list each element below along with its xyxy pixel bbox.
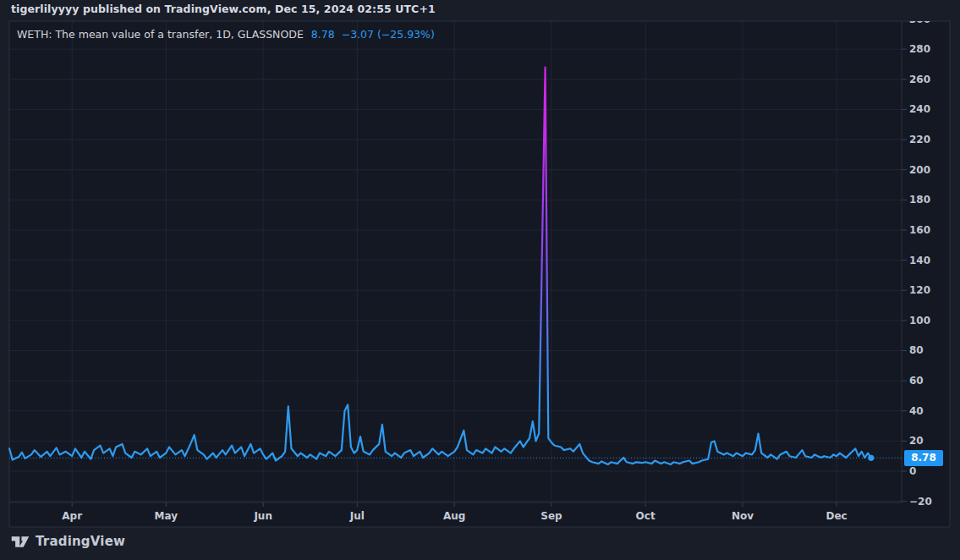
time-axis[interactable] [9,502,902,527]
tradingview-published-chart: tigerlilyyyy published on TradingView.co… [0,0,960,560]
header-bar: tigerlilyyyy published on TradingView.co… [0,0,960,19]
legend-value: 8.78 [311,28,335,41]
price-badge-value: 8.78 [911,452,936,464]
tradingview-logo[interactable]: TradingView [11,534,125,549]
legend-change: −3.07 (−25.93%) [342,28,435,41]
legend: WETH: The mean value of a transfer, 1D, … [17,28,435,41]
tradingview-icon [11,535,30,549]
legend-title: WETH: The mean value of a transfer, 1D, … [17,28,304,41]
brand-text: TradingView [36,534,125,549]
chart-pane[interactable] [9,21,902,502]
price-badge: 8.78 [904,450,943,466]
footer: TradingView [0,527,960,560]
price-axis[interactable] [902,21,950,502]
published-text: tigerlilyyyy published on TradingView.co… [11,3,436,15]
